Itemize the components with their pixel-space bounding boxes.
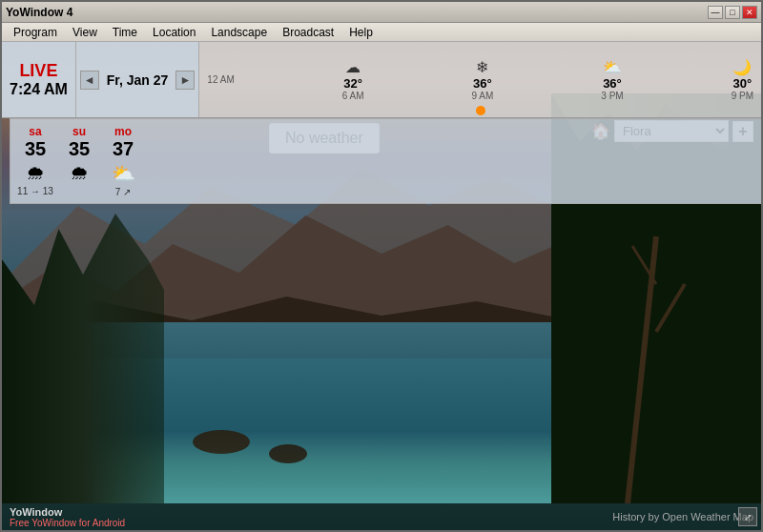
menu-view[interactable]: View — [65, 24, 105, 41]
live-label: LIVE — [19, 61, 57, 81]
menu-time[interactable]: Time — [105, 24, 145, 41]
menu-program[interactable]: Program — [6, 24, 65, 41]
live-section: LIVE 7:24 AM — [2, 42, 76, 117]
content-area: LIVE 7:24 AM ◄ Fr, Jan 27 ► 12 AM ☁ 32° — [2, 42, 761, 530]
date-nav: ◄ Fr, Jan 27 ► — [76, 42, 200, 117]
fullscreen-button[interactable]: ⤢ — [738, 507, 757, 526]
title-bar: YoWindow 4 — □ ✕ — [2, 2, 761, 23]
date-prev-button[interactable]: ◄ — [80, 71, 99, 90]
bottom-left: YoWindow Free YoWindow for Android — [10, 506, 125, 528]
current-time-marker — [476, 106, 485, 115]
time-slot-3: ⛅ 36° 3 PM — [601, 58, 623, 101]
time-display: 7:24 AM — [10, 81, 68, 98]
rock-2 — [269, 444, 307, 463]
menu-broadcast[interactable]: Broadcast — [275, 24, 341, 41]
bottom-bar: YoWindow Free YoWindow for Android Histo… — [2, 503, 761, 530]
time-slot-1: ☁ 32° 6 AM — [342, 58, 364, 101]
promo-text[interactable]: Free YoWindow for Android — [10, 518, 125, 528]
forecast-day-mo: mo 37 ⛅ 7 ↗ — [102, 123, 144, 199]
time-slot-2: ❄ 36° 9 AM — [472, 58, 494, 101]
menu-landscape[interactable]: Landscape — [203, 24, 275, 41]
time-slot-0: 12 AM — [207, 74, 234, 85]
app-name-label: YoWindow — [10, 506, 125, 518]
menu-help[interactable]: Help — [341, 24, 381, 41]
date-text: Fr, Jan 27 — [99, 72, 176, 88]
date-next-button[interactable]: ► — [175, 71, 195, 90]
window-controls: — □ ✕ — [708, 6, 757, 19]
attribution: History by Open Weather Map — [612, 511, 753, 522]
window-title: YoWindow 4 — [6, 6, 72, 19]
weather-bar: LIVE 7:24 AM ◄ Fr, Jan 27 ► 12 AM ☁ 32° — [2, 42, 761, 118]
forecast-day-su: su 35 🌧 — [58, 123, 100, 199]
forecast-panel: sa 35 🌧 11 → 13 su 35 🌧 mo 37 ⛅ 7 ↗ ► — [10, 118, 761, 204]
menu-location[interactable]: Location — [145, 24, 203, 41]
timeline-labels: 12 AM ☁ 32° 6 AM ❄ 36° 9 AM ⛅ — [207, 46, 753, 113]
maximize-button[interactable]: □ — [725, 6, 740, 19]
forecast-day-sa: sa 35 🌧 11 → 13 — [14, 123, 56, 199]
menu-bar: Program View Time Location Landscape Bro… — [2, 23, 761, 42]
forecast-days: sa 35 🌧 11 → 13 su 35 🌧 mo 37 ⛅ 7 ↗ — [14, 123, 761, 199]
time-slot-4: 🌙 30° 9 PM — [732, 58, 753, 101]
rock-1 — [193, 430, 250, 454]
minimize-button[interactable]: — — [708, 6, 723, 19]
app-window: YoWindow 4 — □ ✕ Program View Time Locat… — [0, 0, 763, 532]
timeline-section: 12 AM ☁ 32° 6 AM ❄ 36° 9 AM ⛅ — [199, 42, 761, 117]
close-button[interactable]: ✕ — [742, 6, 757, 19]
